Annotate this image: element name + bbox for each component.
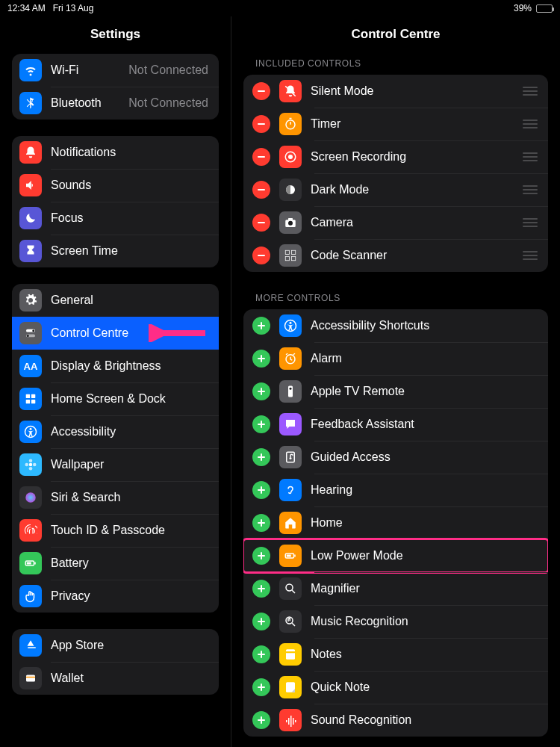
control-item-label: Screen Recording xyxy=(311,150,523,164)
add-button[interactable] xyxy=(252,547,270,565)
siri-icon xyxy=(19,486,42,509)
remove-button[interactable] xyxy=(252,82,270,100)
control-item-notes[interactable]: Notes xyxy=(243,638,548,671)
sidebar-item-app-store[interactable]: App Store xyxy=(12,629,219,662)
control-item-quick-note[interactable]: Quick Note xyxy=(243,671,548,704)
control-item-home[interactable]: Home xyxy=(243,506,548,539)
drag-handle-icon[interactable] xyxy=(523,87,538,96)
control-item-hearing[interactable]: Hearing xyxy=(243,474,548,506)
status-time: 12:34 AM xyxy=(7,3,46,13)
add-button[interactable] xyxy=(252,448,270,466)
drag-handle-icon[interactable] xyxy=(523,218,538,227)
battery-icon xyxy=(536,4,553,13)
control-item-magnifier[interactable]: Magnifier xyxy=(243,572,548,605)
svg-rect-21 xyxy=(26,677,35,678)
sidebar-title: Settings xyxy=(0,16,231,54)
control-item-timer[interactable]: Timer xyxy=(243,108,548,140)
add-button[interactable] xyxy=(252,514,270,532)
drag-handle-icon[interactable] xyxy=(523,185,538,194)
svg-rect-43 xyxy=(294,555,296,557)
sidebar-item-focus[interactable]: Focus xyxy=(12,202,219,235)
sidebar-item-touch-id-passcode[interactable]: Touch ID & Passcode xyxy=(12,514,219,547)
control-item-label: Code Scanner xyxy=(311,249,523,262)
drag-handle-icon[interactable] xyxy=(523,152,538,161)
control-item-dark-mode[interactable]: Dark Mode xyxy=(243,173,548,206)
control-item-music-recognition[interactable]: Music Recognition xyxy=(243,605,548,638)
sidebar-item-display-brightness[interactable]: AADisplay & Brightness xyxy=(12,350,219,382)
status-battery-pct: 39% xyxy=(514,3,532,13)
add-button[interactable] xyxy=(252,613,270,630)
control-item-apple-tv-remote[interactable]: Apple TV Remote xyxy=(243,375,548,408)
sidebar-item-battery[interactable]: Battery xyxy=(12,547,219,580)
control-item-label: Notes xyxy=(311,648,538,661)
sidebar-item-general[interactable]: General xyxy=(12,284,219,317)
add-button[interactable] xyxy=(252,580,270,598)
add-button[interactable] xyxy=(252,678,270,696)
control-item-silent-mode[interactable]: Silent Mode xyxy=(243,75,548,108)
control-item-feedback-assistant[interactable]: Feedback Assistant xyxy=(243,408,548,441)
sidebar-item-siri-search[interactable]: Siri & Search xyxy=(12,481,219,514)
remove-button[interactable] xyxy=(252,148,270,166)
sidebar-item-label: Siri & Search xyxy=(51,491,208,504)
add-button[interactable] xyxy=(252,382,270,400)
sidebar-item-accessibility[interactable]: Accessibility xyxy=(12,415,219,448)
svg-point-16 xyxy=(25,492,36,503)
add-button[interactable] xyxy=(252,645,270,663)
add-button[interactable] xyxy=(252,711,270,729)
control-item-accessibility-shortcuts[interactable]: Accessibility Shortcuts xyxy=(243,309,548,342)
add-button[interactable] xyxy=(252,350,270,368)
control-item-alarm[interactable]: Alarm xyxy=(243,342,548,375)
bell-icon xyxy=(19,141,42,164)
status-bar: 12:34 AM Fri 13 Aug 39% xyxy=(0,0,560,16)
sidebar-item-wallpaper[interactable]: Wallpaper xyxy=(12,448,219,481)
remove-button[interactable] xyxy=(252,214,270,232)
svg-rect-42 xyxy=(287,555,291,557)
remove-button[interactable] xyxy=(252,181,270,199)
control-item-label: Silent Mode xyxy=(311,84,523,98)
sidebar-item-wallet[interactable]: Wallet xyxy=(12,662,219,695)
moon-icon xyxy=(19,207,42,229)
sidebar-item-label: Control Centre xyxy=(51,326,208,340)
wallet-icon xyxy=(19,667,42,689)
remove-button[interactable] xyxy=(252,115,270,133)
flower-icon xyxy=(19,453,42,476)
control-item-camera[interactable]: Camera xyxy=(243,206,548,239)
sidebar-item-home-screen-dock[interactable]: Home Screen & Dock xyxy=(12,382,219,415)
drag-handle-icon[interactable] xyxy=(523,120,538,128)
sidebar-item-bluetooth[interactable]: BluetoothNot Connected xyxy=(12,87,219,120)
sidebar-item-label: Touch ID & Passcode xyxy=(51,524,208,537)
add-button[interactable] xyxy=(252,415,270,433)
sidebar-item-label: Accessibility xyxy=(51,425,208,438)
qrscan-icon xyxy=(279,244,302,267)
sidebar-item-value: Not Connected xyxy=(128,96,208,110)
svg-point-40 xyxy=(290,457,292,459)
control-item-label: Music Recognition xyxy=(311,615,538,628)
sidebar-item-sounds[interactable]: Sounds xyxy=(12,169,219,202)
control-item-label: Alarm xyxy=(311,352,538,365)
wifi-icon xyxy=(19,59,42,81)
detail-title: Control Centre xyxy=(231,16,560,54)
control-item-screen-recording[interactable]: Screen Recording xyxy=(243,140,548,173)
sidebar-item-notifications[interactable]: Notifications xyxy=(12,136,219,169)
sidebar-item-screen-time[interactable]: Screen Time xyxy=(12,235,219,267)
timer-icon xyxy=(279,113,302,135)
control-item-low-power-mode[interactable]: Low Power Mode xyxy=(243,539,548,572)
home-icon xyxy=(279,512,302,534)
control-item-code-scanner[interactable]: Code Scanner xyxy=(243,239,548,272)
remove-button[interactable] xyxy=(252,247,270,264)
record-icon xyxy=(279,146,302,168)
sidebar-item-privacy[interactable]: Privacy xyxy=(12,580,219,613)
alarm-icon xyxy=(279,347,302,370)
drag-handle-icon[interactable] xyxy=(523,251,538,260)
hourglass-icon xyxy=(19,240,42,262)
sidebar-item-wi-fi[interactable]: Wi-FiNot Connected xyxy=(12,54,219,87)
svg-rect-18 xyxy=(27,562,31,565)
control-item-label: Magnifier xyxy=(311,582,538,595)
control-item-label: Camera xyxy=(311,216,523,229)
battery-icon xyxy=(279,545,302,567)
add-button[interactable] xyxy=(252,317,270,335)
control-item-guided-access[interactable]: Guided Access xyxy=(243,441,548,474)
add-button[interactable] xyxy=(252,481,270,499)
control-item-sound-recognition[interactable]: Sound Recognition xyxy=(243,704,548,737)
sidebar-item-control-centre[interactable]: Control Centre xyxy=(12,317,219,350)
